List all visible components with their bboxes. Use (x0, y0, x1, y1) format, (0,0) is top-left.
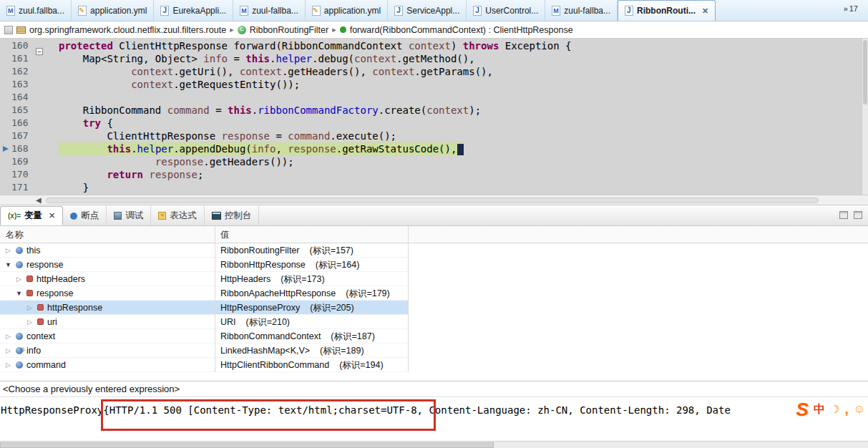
tree-expander-icon[interactable]: ▷ (26, 315, 34, 328)
bottom-scrollbar[interactable] (0, 441, 868, 448)
expression-chooser[interactable]: <Choose a previously entered expression> (0, 381, 868, 396)
line-number: 167 (11, 130, 34, 142)
code-token: response (155, 156, 203, 167)
editor-tab[interactable]: RibbonRouti...✕ (618, 0, 716, 21)
variable-row[interactable]: ▷uriURI(标识=210) (0, 315, 408, 329)
variable-row[interactable]: ▼responseRibbonApacheHttpResponse(标识=179… (0, 286, 408, 301)
variable-row[interactable]: ▷infoLinkedHashMap<K,V>(标识=189) (0, 344, 408, 358)
code-line: 161 Map<String, Object> info = this.help… (0, 52, 868, 65)
variable-row[interactable]: ▷httpHeadersHttpHeaders(标识=173) (0, 272, 408, 286)
sogou-logo-icon[interactable]: S (796, 401, 809, 418)
variable-row[interactable]: ▷contextRibbonCommandContext(标识=187) (0, 329, 408, 344)
variable-row[interactable]: ▷thisRibbonRoutingFilter(标识=157) (0, 243, 408, 258)
debug-tab-label: 断点 (81, 210, 99, 222)
editor-tab[interactable]: ServiceAppl... (388, 0, 467, 21)
code-token: . (131, 143, 137, 155)
tree-expander-icon[interactable]: ▷ (4, 243, 12, 257)
variable-name-cell: ▷context (0, 329, 215, 343)
instruction-pointer-icon (3, 146, 9, 152)
variable-type: RibbonCommandContext (220, 329, 321, 343)
breadcrumb-toggle-icon[interactable] (4, 26, 13, 34)
editor-tab[interactable]: EurekaAppli... (154, 0, 233, 21)
scrollbar-thumb[interactable] (0, 442, 494, 448)
fold-toggle-icon[interactable]: − (36, 48, 43, 55)
variable-id: (标识=164) (316, 258, 359, 271)
code-token: protected (59, 40, 113, 52)
minimize-view-icon[interactable] (839, 211, 848, 219)
annotation-ruler (0, 78, 11, 91)
variable-row[interactable]: ▷httpResponseHttpResponseProxy(标识=205) (0, 301, 408, 315)
code-token: ; (198, 169, 203, 180)
ime-emoji-icon[interactable]: ☺ (854, 403, 865, 416)
variable-type: HttpResponseProxy (220, 301, 300, 314)
tree-expander-icon[interactable]: ▷ (4, 358, 12, 371)
tab-overflow-control[interactable]: » 17 (844, 4, 858, 13)
annotation-ruler (0, 181, 11, 194)
annotation-ruler (0, 52, 11, 65)
code-line: 163 context.getRequestEntity()); (0, 78, 868, 91)
variable-name: uri (47, 315, 57, 328)
scrollbar-thumb[interactable] (863, 40, 867, 104)
code-text: } (59, 181, 89, 194)
variable-row[interactable]: ▷commandHttpClientRibbonCommand(标识=194) (0, 358, 408, 372)
tab-label: EurekaAppli... (172, 6, 226, 16)
breadcrumb-item[interactable]: org.springframework.cloud.netflix.zuul.f… (16, 25, 226, 35)
line-number: 170 (11, 168, 34, 181)
tab-breakpoints[interactable]: 断点 (63, 206, 107, 225)
code-token: ribbonCommandFactory (258, 104, 379, 116)
object-icon (16, 261, 23, 268)
editor-horizontal-scrollbar[interactable]: ◀ (0, 195, 868, 205)
annotation-ruler (0, 65, 11, 78)
file-file-icon (6, 6, 15, 16)
close-icon[interactable]: ✕ (702, 6, 708, 16)
ime-toolbar[interactable]: S 中 ☽ , ☺ (796, 401, 865, 418)
code-editor[interactable]: 160−protected ClientHttpResponse forward… (0, 39, 868, 195)
tree-expander-icon[interactable]: ▼ (15, 286, 23, 300)
tab-variables[interactable]: (x)=变量✕ (0, 206, 63, 225)
breadcrumb-item[interactable]: RibbonRoutingFilter (238, 25, 328, 35)
tree-expander-icon[interactable]: ▷ (4, 329, 12, 343)
code-token: try (83, 117, 101, 129)
tab-debug[interactable]: 调试 (107, 206, 151, 225)
maximize-view-icon[interactable] (854, 211, 862, 219)
code-line: 169 response.getHeaders()); (0, 155, 868, 168)
variable-type: RibbonHttpResponse (220, 258, 306, 271)
code-token: Exception { (499, 40, 571, 52)
tree-expander-icon[interactable]: ▷ (4, 344, 12, 357)
column-header-value[interactable]: 值 (220, 229, 230, 241)
editor-tab[interactable]: application.yml (72, 0, 154, 21)
code-token: response (149, 169, 197, 180)
breadcrumb-separator-icon: ▸ (230, 25, 234, 34)
tab-expressions[interactable]: 表达式 (151, 206, 205, 225)
tree-expander-icon[interactable]: ▷ (26, 301, 34, 314)
scroll-left-arrow-icon[interactable]: ◀ (36, 196, 42, 204)
ime-moon-icon[interactable]: ☽ (830, 403, 839, 416)
variable-id: (标识=173) (281, 272, 324, 286)
variable-id: (标识=187) (331, 329, 374, 343)
breadcrumb-item[interactable]: forward(RibbonCommandContext) : ClientHt… (340, 25, 573, 35)
object-g-icon (16, 347, 23, 354)
editor-tab[interactable]: zuul-fallba... (545, 0, 618, 21)
variable-row[interactable]: ▼responseRibbonHttpResponse(标识=164) (0, 258, 408, 272)
editor-vertical-scrollbar[interactable] (862, 39, 868, 195)
ime-chinese-mode-icon[interactable]: 中 (814, 402, 825, 417)
editor-tab[interactable]: zuul-fallba... (233, 0, 306, 21)
code-text: context.getUri(), context.getHeaders(), … (59, 65, 493, 78)
ime-punctuation-icon[interactable]: , (844, 404, 848, 414)
variable-id: (标识=179) (346, 286, 389, 300)
editor-tab[interactable]: UserControl... (467, 0, 545, 21)
tab-console[interactable]: 控制台 (205, 206, 260, 225)
column-header-name[interactable]: 名称 (6, 229, 24, 241)
code-token: context (131, 79, 173, 90)
tree-expander-icon[interactable]: ▼ (4, 258, 12, 271)
tree-expander-icon[interactable]: ▷ (15, 272, 23, 286)
scrollbar-thumb[interactable] (46, 198, 819, 203)
code-text: RibbonCommand command = this.ribbonComma… (59, 104, 481, 117)
variable-detail-pane[interactable]: HttpResponseProxy{HTTP/1.1 500 [Content-… (0, 396, 868, 441)
code-token: ) (451, 40, 463, 52)
variable-name: response (26, 258, 63, 271)
editor-tab[interactable]: application.yml (306, 0, 388, 21)
close-icon[interactable]: ✕ (49, 211, 55, 220)
editor-tab[interactable]: zuul.fallba... (0, 0, 72, 21)
tab-label: application.yml (90, 6, 147, 16)
